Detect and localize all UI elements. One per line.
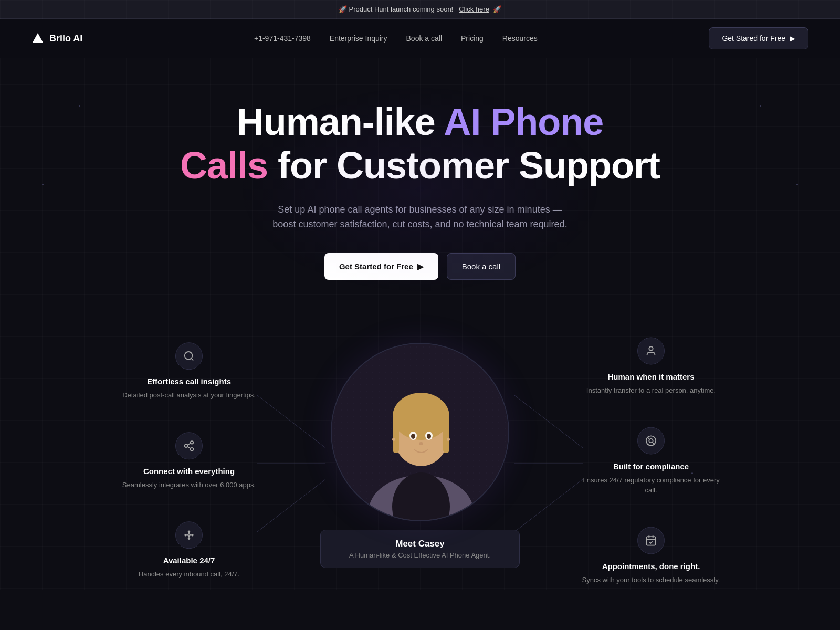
247-icon — [175, 521, 203, 549]
svg-point-10 — [185, 444, 188, 447]
features-left: Effortless call insights Detailed post-c… — [116, 342, 262, 580]
banner-text: 🚀 Product Hunt launch coming soon! — [339, 5, 453, 13]
nav-links: +1-971-431-7398 Enterprise Inquiry Book … — [254, 34, 538, 43]
svg-line-43 — [648, 437, 649, 439]
svg-point-14 — [188, 534, 190, 537]
svg-line-12 — [187, 446, 191, 448]
casey-name: Meet Casey — [335, 539, 505, 549]
svg-point-37 — [419, 442, 423, 445]
svg-rect-45 — [647, 537, 656, 545]
hero-headline: Human-like AI Phone Calls for Customer S… — [21, 100, 819, 187]
appointments-icon — [637, 527, 665, 554]
hero-subtext: Set up AI phone call agents for business… — [21, 202, 819, 233]
feature-desc-insights: Detailed post-call analysis at your fing… — [116, 390, 262, 401]
svg-point-30 — [393, 393, 449, 440]
svg-point-17 — [185, 534, 186, 536]
feature-desc-connect: Seamlessly integrates with over 6,000 ap… — [116, 480, 262, 490]
banner-suffix: 🚀 — [493, 5, 501, 13]
feature-title-247: Available 24/7 — [116, 556, 262, 565]
svg-point-11 — [191, 448, 194, 451]
svg-rect-31 — [393, 416, 399, 453]
feature-call-insights: Effortless call insights Detailed post-c… — [116, 342, 262, 401]
feature-desc-compliance: Ensures 24/7 regulatory compliance for e… — [578, 475, 724, 495]
feature-title-human: Human when it matters — [578, 372, 724, 381]
book-call-label: Book a call — [462, 262, 500, 271]
casey-caption: Meet Casey A Human-like & Cost Effective… — [320, 530, 520, 568]
logo-icon — [32, 32, 44, 45]
hero-sub-1: Set up AI phone call agents for business… — [278, 204, 562, 215]
svg-point-15 — [188, 531, 190, 533]
svg-point-40 — [649, 346, 653, 350]
headline-human: Human-like — [237, 101, 444, 143]
svg-line-8 — [191, 359, 193, 361]
get-started-button[interactable]: Get Started for Free ▶ — [324, 253, 438, 280]
feature-human: Human when it matters Instantly transfer… — [578, 338, 724, 396]
announcement-banner: 🚀 Product Hunt launch coming soon! Click… — [0, 0, 840, 19]
human-icon — [637, 338, 665, 365]
nav-resources[interactable]: Resources — [502, 34, 538, 43]
features-section: Effortless call insights Detailed post-c… — [0, 332, 840, 590]
svg-point-36 — [427, 434, 431, 439]
svg-point-16 — [188, 538, 190, 539]
connect-icon — [175, 432, 203, 459]
svg-point-35 — [411, 434, 415, 439]
svg-point-18 — [192, 534, 193, 536]
logo[interactable]: Brilo AI — [32, 32, 82, 45]
svg-line-1 — [257, 395, 326, 448]
svg-line-13 — [187, 443, 191, 445]
headline-calls: Calls — [180, 144, 268, 186]
call-insights-icon — [175, 342, 203, 370]
svg-point-9 — [191, 441, 194, 444]
svg-marker-0 — [33, 33, 43, 43]
feature-appointments: Appointments, done right. Syncs with you… — [578, 527, 724, 585]
svg-point-38 — [392, 438, 395, 441]
nav-cta-arrow: ▶ — [790, 34, 795, 43]
feature-247: Available 24/7 Handles every inbound cal… — [116, 521, 262, 580]
feature-title-appointments: Appointments, done right. — [578, 561, 724, 570]
hero-sub-2: boost customer satisfaction, cut costs, … — [272, 219, 567, 229]
svg-line-6 — [514, 479, 583, 532]
feature-connect: Connect with everything Seamlessly integ… — [116, 432, 262, 490]
feature-title-compliance: Built for compliance — [578, 461, 724, 470]
nav-enterprise[interactable]: Enterprise Inquiry — [330, 34, 387, 43]
hero-section: Human-like AI Phone Calls for Customer S… — [0, 58, 840, 332]
svg-rect-32 — [443, 416, 449, 453]
svg-line-4 — [514, 395, 583, 448]
hero-buttons: Get Started for Free ▶ Book a call — [21, 253, 819, 280]
feature-desc-247: Handles every inbound call, 24/7. — [116, 569, 262, 580]
headline-for: for Customer Support — [268, 144, 660, 186]
compliance-icon — [637, 427, 665, 454]
nav-cta-label: Get Stared for Free — [722, 34, 785, 43]
logo-text: Brilo AI — [49, 33, 82, 44]
agent-showcase: Meet Casey A Human-like & Cost Effective… — [320, 343, 520, 579]
agent-person — [332, 344, 509, 521]
feature-title-connect: Connect with everything — [116, 467, 262, 476]
agent-circle — [331, 343, 509, 521]
svg-line-44 — [653, 443, 655, 444]
nav-book-call[interactable]: Book a call — [406, 34, 442, 43]
banner-link[interactable]: Click here — [459, 5, 489, 13]
svg-point-7 — [185, 352, 193, 360]
svg-line-3 — [257, 479, 326, 532]
feature-desc-appointments: Syncs with your tools to schedule seamle… — [578, 574, 724, 585]
nav-phone[interactable]: +1-971-431-7398 — [254, 34, 311, 43]
nav-pricing[interactable]: Pricing — [461, 34, 484, 43]
feature-desc-human: Instantly transfer to a real person, any… — [578, 385, 724, 396]
svg-point-39 — [447, 438, 450, 441]
nav-cta-button[interactable]: Get Stared for Free ▶ — [709, 27, 808, 49]
book-call-button[interactable]: Book a call — [447, 253, 516, 280]
headline-ai: AI Phone — [444, 101, 603, 143]
feature-title-insights: Effortless call insights — [116, 377, 262, 386]
casey-desc: A Human-like & Cost Effective AI Phone A… — [335, 551, 505, 559]
get-started-arrow: ▶ — [417, 262, 424, 271]
navbar: Brilo AI +1-971-431-7398 Enterprise Inqu… — [0, 19, 840, 58]
get-started-label: Get Started for Free — [339, 262, 413, 271]
features-right: Human when it matters Instantly transfer… — [578, 338, 724, 585]
feature-compliance: Built for compliance Ensures 24/7 regula… — [578, 427, 724, 495]
svg-point-42 — [649, 439, 653, 443]
